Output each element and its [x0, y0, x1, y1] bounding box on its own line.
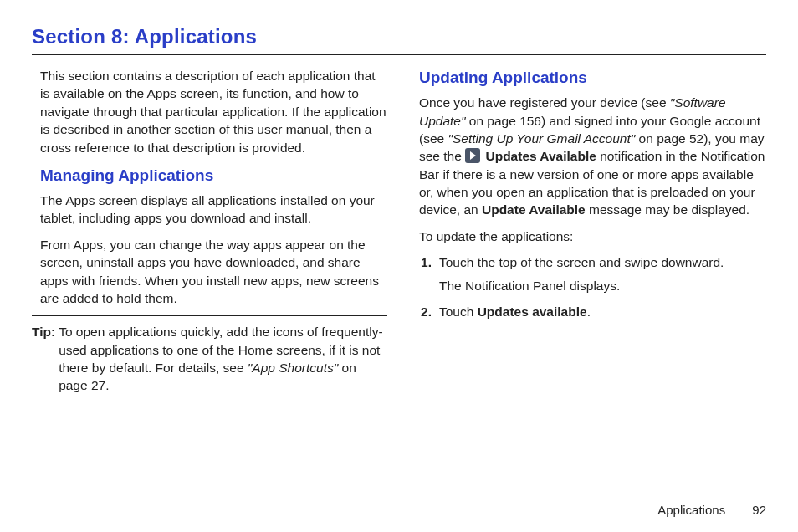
update-lead: To update the applications: [411, 228, 766, 245]
step-2-bold: Updates available [478, 304, 587, 319]
updates-available-bold: Updates Available [485, 149, 596, 163]
title-rule [32, 54, 766, 55]
updating-p1-e: message may be displayed. [586, 202, 749, 217]
ref-gmail-account: "Setting Up Your Gmail Account" [448, 131, 635, 146]
left-column: This section contains a description of e… [32, 67, 387, 486]
step-1-sub: The Notification Panel displays. [439, 277, 766, 294]
manual-page: Section 8: Applications This section con… [0, 0, 798, 532]
step-2-b: . [587, 304, 591, 319]
step-2-a: Touch [439, 304, 478, 319]
step-2: Touch Updates available. [439, 303, 766, 320]
updating-p1: Once you have registered your device (se… [411, 94, 766, 219]
managing-p1: The Apps screen displays all application… [32, 192, 387, 228]
step-1-text: Touch the top of the screen and swipe do… [439, 255, 724, 269]
step-1: Touch the top of the screen and swipe do… [439, 253, 766, 294]
two-column-layout: This section contains a description of e… [32, 67, 766, 486]
section-title: Section 8: Applications [32, 25, 766, 49]
tip-text: To open applications quickly, add the ic… [59, 323, 387, 395]
tip-block: Tip: To open applications quickly, add t… [32, 315, 387, 402]
footer-section-name: Applications [657, 503, 725, 517]
heading-managing-applications: Managing Applications [32, 165, 387, 187]
page-footer: Applications 92 [32, 486, 766, 517]
intro-paragraph: This section contains a description of e… [32, 67, 387, 156]
update-available-bold: Update Available [482, 202, 586, 217]
tip-reference: "App Shortcuts" [248, 361, 338, 375]
tip-label: Tip: [32, 323, 59, 395]
managing-p2: From Apps, you can change the way apps a… [32, 236, 387, 308]
right-column: Updating Applications Once you have regi… [411, 67, 766, 486]
heading-updating-applications: Updating Applications [411, 67, 766, 89]
footer-page-number: 92 [752, 503, 766, 517]
updating-p1-a: Once you have registered your device (se… [419, 95, 670, 110]
update-steps: Touch the top of the screen and swipe do… [411, 253, 766, 320]
play-store-icon [465, 148, 480, 163]
